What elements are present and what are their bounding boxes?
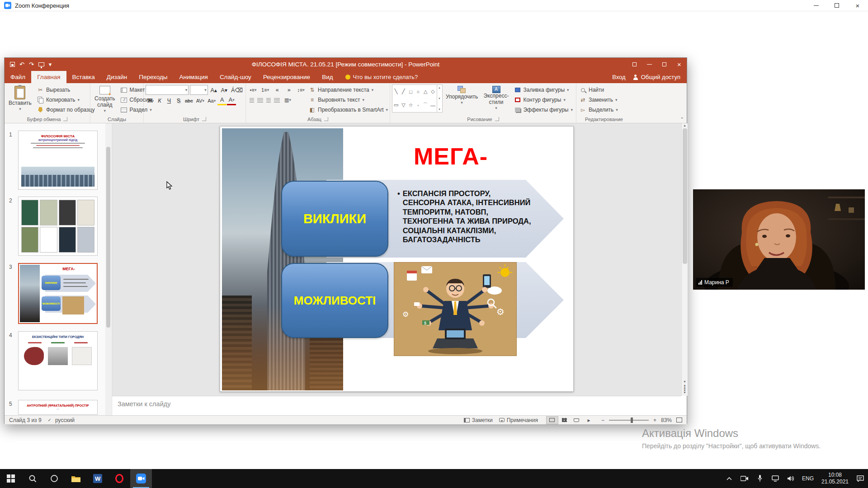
text-direction-button[interactable]: ⇅Направление текста▾ [307, 85, 389, 95]
increase-indent-button[interactable]: » [284, 85, 293, 95]
tray-camera-button[interactable] [737, 469, 752, 488]
language-indicator[interactable]: ENG [798, 469, 817, 488]
find-button[interactable]: Найти [578, 85, 619, 95]
thumbnail-scrollbar[interactable] [105, 123, 111, 415]
file-explorer-button[interactable] [65, 469, 87, 488]
view-reading-button[interactable] [571, 416, 583, 424]
paste-button[interactable]: Вставить ▾ [6, 84, 34, 114]
zoom-in-button[interactable]: + [653, 417, 656, 423]
collapse-ribbon-button[interactable]: ⌃ [680, 117, 684, 122]
scrollbar-thumb[interactable] [683, 128, 687, 264]
tab-slideshow[interactable]: Слайд-шоу [214, 71, 257, 83]
slide-area-scrollbar[interactable]: ▴ ▾ ▴▴ ▾▾ [681, 123, 688, 396]
underline-button[interactable]: Ч [165, 96, 174, 105]
slide-canvas[interactable]: МЕГА- ВИКЛИКИ • ЕКСПАНСІЯ ПРОСТОРУ, СЕНС… [220, 126, 574, 392]
font-size-combobox[interactable]: ▾ [190, 85, 208, 95]
shape-effects-button[interactable]: Эффекты фигуры▾ [513, 105, 574, 115]
decrease-font-button[interactable]: А▾ [220, 85, 229, 95]
quick-styles-button[interactable]: А Экспресс-стили ▾ [481, 84, 511, 114]
convert-smartart-button[interactable]: ◧Преобразовать в SmartArt▾ [307, 105, 389, 115]
slide-thumbnail-2[interactable] [18, 197, 98, 256]
dialog-launcher-icon[interactable] [324, 117, 328, 121]
new-slide-button[interactable]: Создать слайд ▾ [92, 84, 118, 114]
ppt-minimize-button[interactable] [642, 58, 657, 71]
shapes-scrollbar[interactable]: ▴▾▾ [437, 85, 442, 112]
next-slide-button[interactable]: ▾▾ [684, 389, 685, 394]
slideshow-icon[interactable] [38, 62, 44, 66]
start-button[interactable] [0, 469, 22, 488]
zoom-percentage[interactable]: 83% [661, 417, 672, 423]
view-slideshow-button[interactable]: ▸ [583, 416, 595, 424]
language-indicator[interactable]: русский [55, 417, 75, 423]
tab-review[interactable]: Рецензирование [257, 71, 316, 83]
change-case-button[interactable]: Аа▾ [206, 96, 217, 105]
share-button[interactable]: Общий доступ [633, 74, 680, 80]
zoom-video-tile[interactable]: Марина Р [693, 189, 865, 290]
redo-icon[interactable]: ↷ [29, 61, 34, 68]
zoom-app-button[interactable] [130, 469, 152, 488]
tab-insert[interactable]: Вставка [66, 71, 101, 83]
columns-button[interactable]: ▥▾ [283, 95, 292, 105]
align-right-button[interactable] [266, 98, 271, 103]
justify-button[interactable] [274, 98, 280, 103]
tab-file[interactable]: Файл [5, 71, 31, 83]
word-button[interactable]: W [87, 469, 108, 488]
tell-me-box[interactable]: Что вы хотите сделать? [345, 74, 418, 83]
dialog-launcher-icon[interactable] [495, 117, 499, 121]
notes-pane[interactable]: Заметки к слайду [112, 396, 681, 415]
comments-button[interactable]: Примечания [507, 417, 538, 423]
tray-network-button[interactable] [768, 469, 783, 488]
opera-button[interactable] [108, 469, 130, 488]
align-left-button[interactable] [250, 98, 254, 103]
shape-outline-button[interactable]: Контур фигуры▾ [513, 95, 574, 105]
tray-show-hidden-icons-button[interactable] [722, 469, 737, 488]
select-button[interactable]: ▻Выделить▾ [578, 105, 619, 115]
dialog-launcher-icon[interactable] [202, 117, 206, 121]
zoom-maximize-button[interactable] [826, 0, 847, 11]
tab-design[interactable]: Дизайн [101, 71, 133, 83]
highlight-color-button[interactable]: А [217, 96, 226, 105]
zoom-slider[interactable] [609, 420, 649, 421]
dialog-launcher-icon[interactable] [63, 117, 67, 121]
tab-animations[interactable]: Анимация [174, 71, 214, 83]
tab-view[interactable]: Вид [316, 71, 339, 83]
ribbon-display-options-button[interactable] [627, 58, 642, 71]
undo-icon[interactable]: ↶ [19, 61, 24, 68]
view-slide-sorter-button[interactable] [558, 416, 571, 424]
text-shadow-button[interactable]: S [174, 96, 183, 105]
align-center-button[interactable] [257, 98, 263, 103]
sign-in-button[interactable]: Вход [612, 74, 625, 80]
customize-toolbar-icon[interactable]: ▾ [49, 61, 52, 68]
clear-formatting-button[interactable]: А́⌫ [230, 85, 244, 95]
tab-home[interactable]: Главная [31, 71, 66, 83]
font-name-combobox[interactable]: ▾ [146, 85, 189, 95]
slide-thumbnail-4[interactable]: ЕКЗИСТЕНЦІЙНІ ТИПИ ГОРОДЯН [18, 331, 98, 390]
slide-thumbnail-3-selected[interactable]: МЕГА- ВИКЛИКИ МОЖЛИВОСТІ [18, 263, 98, 324]
copy-button[interactable]: Копировать▾ [36, 95, 96, 105]
ppt-restore-button[interactable] [657, 58, 672, 71]
tab-transitions[interactable]: Переходы [133, 71, 173, 83]
cortana-button[interactable] [43, 469, 65, 488]
ppt-close-button[interactable]: × [672, 58, 687, 71]
cut-button[interactable]: ✂Вырезать [36, 85, 96, 95]
bullets-button[interactable]: •≡▾ [249, 85, 258, 95]
numbering-button[interactable]: 1≡▾ [260, 85, 270, 95]
action-center-button[interactable] [853, 469, 868, 488]
tray-volume-button[interactable] [783, 469, 798, 488]
decrease-indent-button[interactable]: « [273, 85, 282, 95]
zoom-out-button[interactable]: − [601, 417, 604, 423]
view-normal-button[interactable] [546, 416, 558, 424]
character-spacing-button[interactable]: AV▾ [195, 96, 206, 105]
slide-thumbnail-5[interactable]: АНТРОПНИЙ (ФРАКТАЛЬНИЙ) ПРОСТІР … [18, 400, 98, 415]
fit-slide-button[interactable] [676, 418, 682, 422]
scrollbar-thumb[interactable] [106, 147, 110, 328]
notes-toggle-button[interactable]: Заметки [472, 417, 493, 423]
zoom-minimize-button[interactable] [806, 0, 826, 11]
font-color-button[interactable]: А▾ [227, 96, 236, 105]
slide-thumbnail-1[interactable]: ФІЛОСОФІЯ МІСТА антропоцентричний підхід [18, 131, 98, 190]
tray-microphone-button[interactable] [752, 469, 768, 488]
align-text-button[interactable]: ≡Выровнять текст▾ [307, 95, 389, 105]
save-icon[interactable] [10, 62, 15, 67]
format-painter-button[interactable]: Формат по образцу [36, 105, 96, 115]
shape-fill-button[interactable]: Заливка фигуры▾ [513, 85, 574, 95]
